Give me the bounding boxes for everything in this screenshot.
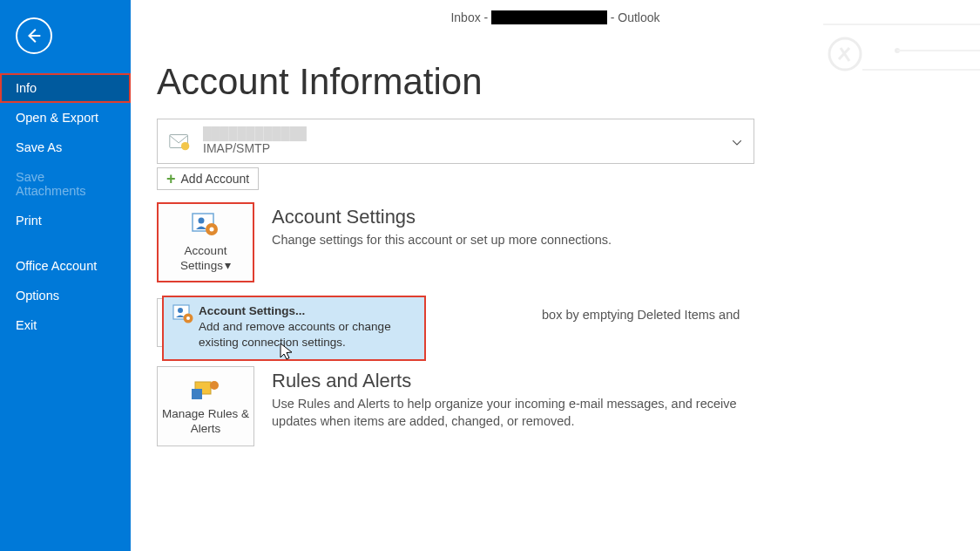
account-email: ████████████ — [203, 126, 307, 142]
svg-point-10 — [210, 228, 214, 232]
tile-label: Manage Rules & Alerts — [158, 407, 253, 435]
svg-point-13 — [210, 381, 219, 390]
sidebar-item-print[interactable]: Print — [0, 206, 131, 235]
svg-point-15 — [178, 308, 183, 313]
add-account-button[interactable]: + Add Account — [157, 167, 259, 190]
section-description: Use Rules and Alerts to help organize yo… — [272, 396, 760, 430]
manage-rules-alerts-tile[interactable]: Manage Rules & Alerts — [157, 366, 254, 446]
back-button[interactable] — [16, 17, 52, 54]
sidebar-item-info[interactable]: Info — [0, 73, 131, 103]
backstage-sidebar: Info Open & Export Save As Save Attachme… — [0, 0, 131, 551]
account-settings-icon — [172, 304, 199, 350]
title-suffix: - Outlook — [611, 10, 660, 24]
title-email-redacted: user@example.com — [491, 10, 607, 24]
sidebar-item-label: Office Account — [16, 259, 97, 273]
section-rules-alerts: Manage Rules & Alerts Rules and Alerts U… — [157, 366, 954, 446]
main-panel: Inbox - user@example.com - Outlook Accou… — [131, 0, 980, 551]
account-selector[interactable]: ████████████ IMAP/SMTP — [157, 119, 754, 164]
mouse-cursor-icon — [279, 342, 294, 361]
title-prefix: Inbox - — [450, 10, 491, 24]
sidebar-item-save-as[interactable]: Save As — [0, 133, 131, 162]
popup-description: Add and remove accounts or change existi… — [199, 319, 416, 350]
sidebar-item-label: Open & Export — [16, 111, 98, 125]
section-heading: Rules and Alerts — [272, 370, 760, 392]
arrow-left-icon — [24, 26, 44, 45]
svg-point-8 — [199, 218, 205, 224]
account-protocol: IMAP/SMTP — [203, 141, 307, 157]
rules-alerts-icon — [190, 377, 221, 404]
tile-label: Account Settings ▾ — [159, 244, 253, 272]
sidebar-item-exit[interactable]: Exit — [0, 310, 131, 340]
sidebar-item-label: Options — [16, 289, 59, 303]
add-account-label: Add Account — [181, 172, 250, 186]
chevron-down-icon — [733, 133, 741, 149]
popup-title: Account Settings... — [199, 304, 416, 317]
svg-point-6 — [181, 142, 189, 150]
section-account-settings: Account Settings ▾ Account Settings Chan… — [157, 202, 954, 282]
mail-account-icon — [166, 126, 194, 157]
sidebar-item-office-account[interactable]: Office Account — [0, 251, 131, 281]
account-settings-icon — [191, 212, 220, 241]
sidebar-item-label: Save Attachments — [16, 170, 86, 198]
sidebar-item-label: Save As — [16, 140, 62, 154]
watermark-icon — [823, 17, 980, 87]
sidebar-item-label: Print — [16, 214, 42, 228]
sidebar-item-save-attachments: Save Attachments — [0, 162, 131, 206]
sidebar-item-label: Info — [16, 81, 37, 95]
section-heading: Account Settings — [272, 206, 612, 228]
chevron-down-icon: ▾ — [225, 259, 231, 273]
plus-icon: + — [166, 171, 176, 187]
account-settings-tile[interactable]: Account Settings ▾ — [157, 202, 254, 282]
section-description: Change settings for this account or set … — [272, 232, 612, 249]
svg-point-17 — [186, 316, 190, 320]
sidebar-item-open-export[interactable]: Open & Export — [0, 103, 131, 133]
sidebar-item-options[interactable]: Options — [0, 281, 131, 310]
sidebar-item-label: Exit — [16, 318, 37, 332]
svg-rect-12 — [192, 389, 202, 399]
